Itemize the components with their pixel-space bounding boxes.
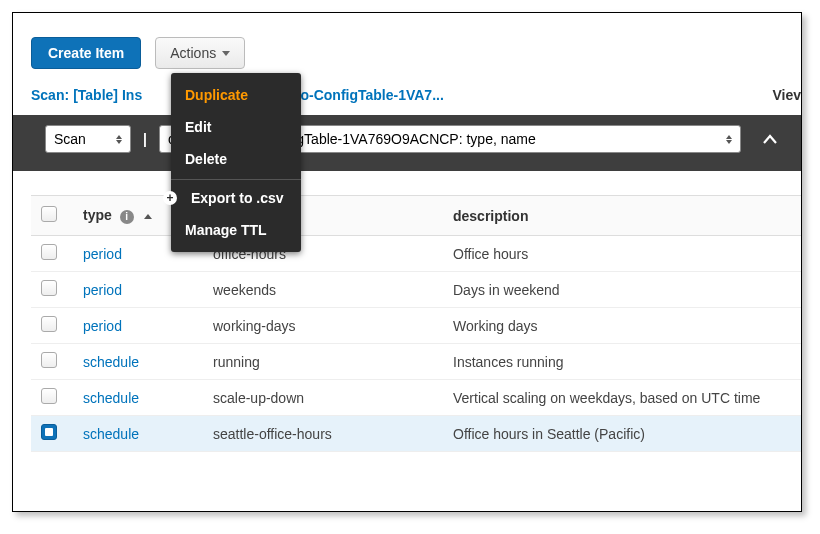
menu-item-label: Manage TTL [185, 222, 267, 238]
type-link[interactable]: period [83, 246, 122, 262]
table-row[interactable]: schedulerunningInstances running [31, 344, 801, 380]
row-checkbox[interactable] [41, 424, 57, 440]
sort-asc-icon [144, 214, 152, 219]
table-row[interactable]: scheduleseattle-office-hoursOffice hours… [31, 416, 801, 452]
col-description-label: description [453, 208, 528, 224]
type-link[interactable]: schedule [83, 390, 139, 406]
name-cell: running [203, 344, 443, 380]
row-checkbox[interactable] [41, 280, 57, 296]
scan-text-right: emo-ConfigTable-1VA7... [280, 87, 444, 103]
window-frame: Create Item Actions Scan: [Table] Ins em… [12, 12, 802, 512]
type-link[interactable]: schedule [83, 354, 139, 370]
menu-item-label: Delete [185, 151, 227, 167]
chevron-down-icon [222, 51, 230, 56]
actions-button[interactable]: Actions [155, 37, 245, 69]
toolbar: Create Item Actions [31, 37, 801, 69]
table-row[interactable]: periodoffice-hoursOffice hours [31, 236, 801, 272]
row-checkbox[interactable] [41, 316, 57, 332]
create-item-button[interactable]: Create Item [31, 37, 141, 69]
items-table: type i name description periodoffice-hou… [31, 195, 801, 452]
description-cell: Instances running [443, 344, 801, 380]
actions-label: Actions [170, 45, 216, 61]
row-checkbox[interactable] [41, 352, 57, 368]
menu-item-label: Edit [185, 119, 211, 135]
scan-select[interactable]: Scan [45, 125, 131, 153]
filter-bar: Scan | chedulerDemo-ConfigTable-1VA769O9… [13, 115, 801, 171]
menu-item-manage-ttl[interactable]: Manage TTL [171, 214, 301, 246]
actions-menu: DuplicateEditDelete+Export to .csvManage… [171, 73, 301, 252]
scan-tag: [Table] [73, 87, 118, 103]
select-arrows-icon [116, 135, 122, 144]
view-label: Viev [772, 87, 801, 103]
scan-summary[interactable]: Scan: [Table] Ins emo-ConfigTable-1VA7..… [31, 87, 801, 103]
row-checkbox[interactable] [41, 388, 57, 404]
name-cell: working-days [203, 308, 443, 344]
menu-item-export-to-csv[interactable]: +Export to .csv [171, 179, 301, 214]
name-cell: scale-up-down [203, 380, 443, 416]
table-row[interactable]: periodweekendsDays in weekend [31, 272, 801, 308]
row-checkbox[interactable] [41, 244, 57, 260]
info-icon[interactable]: i [120, 210, 134, 224]
type-link[interactable]: period [83, 282, 122, 298]
description-cell: Working days [443, 308, 801, 344]
plus-icon: + [163, 191, 177, 205]
col-type-label: type [83, 207, 112, 223]
table-row[interactable]: schedulescale-up-downVertical scaling on… [31, 380, 801, 416]
name-cell: weekends [203, 272, 443, 308]
col-header-description[interactable]: description [443, 196, 801, 236]
collapse-icon[interactable] [763, 130, 777, 148]
name-cell: seattle-office-hours [203, 416, 443, 452]
menu-item-edit[interactable]: Edit [171, 111, 301, 143]
type-link[interactable]: period [83, 318, 122, 334]
description-cell: Vertical scaling on weekdays, based on U… [443, 380, 801, 416]
divider: | [143, 131, 147, 147]
description-cell: Office hours in Seattle (Pacific) [443, 416, 801, 452]
table-row[interactable]: periodworking-daysWorking days [31, 308, 801, 344]
menu-item-label: Export to .csv [191, 190, 284, 206]
scan-select-value: Scan [54, 131, 86, 147]
menu-item-duplicate[interactable]: Duplicate [171, 79, 301, 111]
select-all-checkbox[interactable] [41, 206, 57, 222]
scan-prefix: Scan: [31, 87, 69, 103]
description-cell: Office hours [443, 236, 801, 272]
select-arrows-icon [726, 135, 732, 144]
scan-text-left: Ins [122, 87, 142, 103]
menu-item-label: Duplicate [185, 87, 248, 103]
type-link[interactable]: schedule [83, 426, 139, 442]
description-cell: Days in weekend [443, 272, 801, 308]
menu-item-delete[interactable]: Delete [171, 143, 301, 175]
